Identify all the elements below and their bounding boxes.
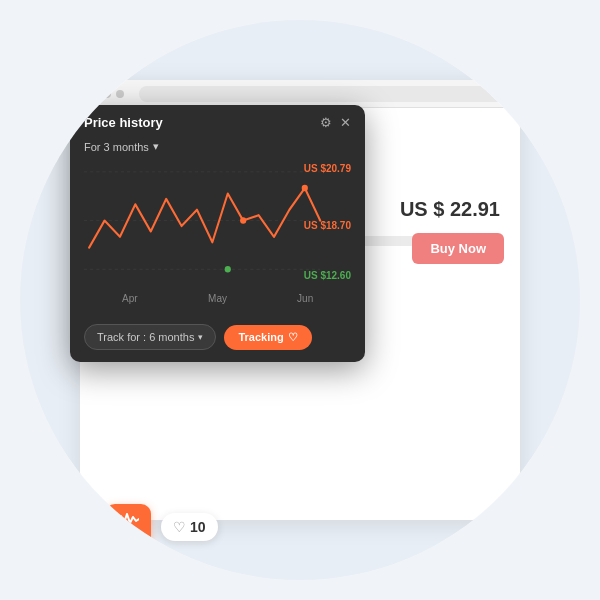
- x-label-apr: Apr: [86, 293, 174, 304]
- heart-icon: ♡: [173, 519, 186, 535]
- wishlist-count-badge[interactable]: ♡ 10: [161, 513, 218, 541]
- settings-icon[interactable]: ⚙: [320, 115, 332, 130]
- x-label-jun: Jun: [261, 293, 349, 304]
- price-icon-button[interactable]: Price: [105, 504, 151, 550]
- scene: US $ 22.91 Buy Now Price history ⚙ ✕ Fo: [20, 20, 580, 580]
- close-icon[interactable]: ✕: [340, 115, 351, 130]
- track-button[interactable]: Track for : 6 months ▾: [84, 324, 216, 350]
- modal-title: Price history: [84, 115, 163, 130]
- svg-point-10: [225, 266, 231, 273]
- price-label-mid: US $18.70: [304, 220, 351, 231]
- track-dropdown-arrow: ▾: [198, 332, 203, 342]
- price-label-high: US $20.79: [304, 163, 351, 174]
- bottom-toolbar: Price ♡ 10: [105, 504, 218, 550]
- tracking-label: Tracking: [238, 331, 283, 343]
- price-waveform-icon: [117, 513, 139, 529]
- modal-actions: Track for : 6 months ▾ Tracking ♡: [70, 316, 365, 362]
- tracking-heart-icon: ♡: [288, 331, 298, 344]
- browser-price: US $ 22.91: [400, 198, 500, 221]
- browser-dot-3: [116, 90, 124, 98]
- chart-container: US $20.79 US $18.70 US $12.60: [84, 161, 351, 291]
- period-dropdown[interactable]: ▾: [153, 140, 159, 153]
- modal-body: For 3 months ▾ US $20.: [70, 136, 365, 316]
- price-label-low: US $12.60: [304, 270, 351, 281]
- wishlist-count-text: 10: [190, 519, 206, 535]
- tracking-button[interactable]: Tracking ♡: [224, 325, 311, 350]
- x-label-may: May: [174, 293, 262, 304]
- price-history-modal: Price history ⚙ ✕ For 3 months ▾: [70, 105, 365, 362]
- browser-titlebar: [80, 80, 520, 108]
- period-selector: For 3 months ▾: [84, 140, 351, 153]
- modal-header: Price history ⚙ ✕: [70, 105, 365, 136]
- period-label: For 3 months: [84, 141, 149, 153]
- buy-now-button[interactable]: Buy Now: [412, 233, 504, 264]
- modal-icons: ⚙ ✕: [320, 115, 351, 130]
- svg-point-8: [302, 185, 308, 192]
- browser-dot-2: [103, 90, 111, 98]
- chart-x-labels: Apr May Jun: [84, 291, 351, 304]
- svg-point-9: [240, 217, 246, 224]
- track-label: Track for : 6 months: [97, 331, 194, 343]
- price-icon-label: Price: [118, 531, 139, 541]
- browser-dot-1: [90, 90, 98, 98]
- browser-addressbar: [139, 86, 510, 102]
